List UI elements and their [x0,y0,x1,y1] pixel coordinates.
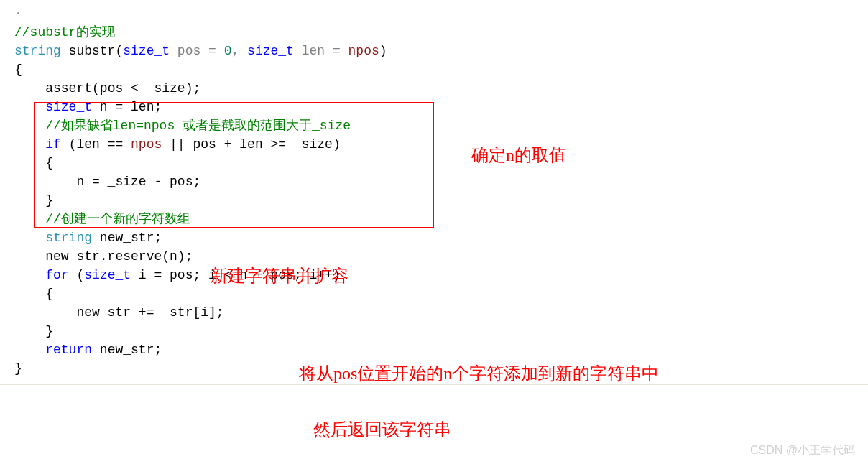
code-line: string new_str; [0,228,868,247]
code-line: new_str += _str[i]; [0,303,868,322]
code-line: { [0,284,868,303]
code-line: for (size_t i = pos; i < n + pos; i++) [0,266,868,284]
code-line: } [0,322,868,340]
highlight-box [34,102,434,228]
code-line: return new_str; [0,340,868,359]
code-line-comment: //substr的实现 [0,23,868,42]
watermark: CSDN @小王学代码 [750,443,855,458]
editor-highlight-line [0,384,868,404]
annotation-return: 然后返回该字符串 [313,418,451,441]
code-line: · [0,4,868,23]
annotation-new-string: 新建字符串并扩容 [211,264,348,287]
code-line: { [0,60,868,79]
annotation-n-value: 确定n的取值 [471,144,566,167]
annotation-copy-chars: 将从pos位置开始的n个字符添加到新的字符串中 [299,362,659,385]
code-line: new_str.reserve(n); [0,247,868,266]
code-line: assert(pos < _size); [0,79,868,98]
code-line-signature: string substr(size_t pos = 0, size_t len… [0,42,868,60]
